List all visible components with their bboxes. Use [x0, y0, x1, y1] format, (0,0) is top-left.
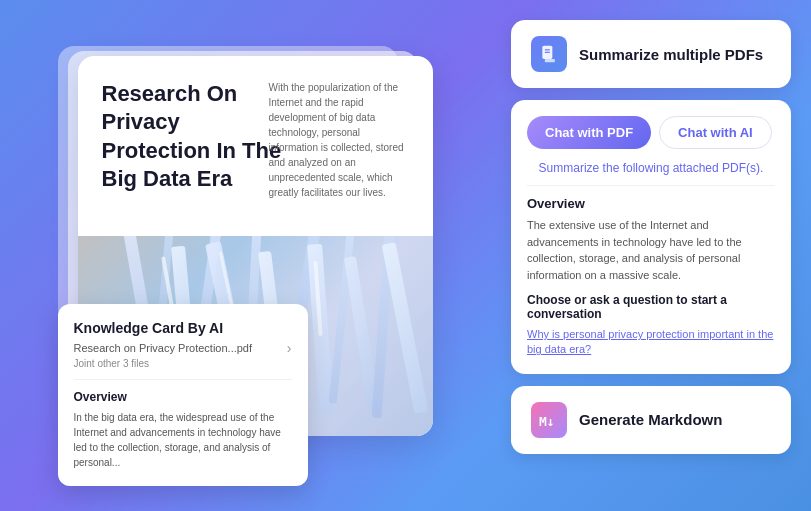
markdown-card[interactable]: M↓ Generate Markdown: [511, 386, 791, 454]
cta-link[interactable]: Why is personal privacy protection impor…: [527, 327, 775, 358]
svg-rect-1: [545, 59, 555, 62]
chat-with-pdf-tab[interactable]: Chat with PDF: [527, 116, 651, 149]
chat-card: Chat with PDF Chat with AI Summarize the…: [511, 100, 791, 374]
knowledge-card: Knowledge Card By AI Research on Privacy…: [58, 304, 308, 486]
doc-body-text: With the popularization of the Internet …: [269, 80, 409, 200]
knowledge-overview-text: In the big data era, the widespread use …: [74, 410, 292, 470]
divider: [74, 379, 292, 380]
chat-prompt: Summarize the following attached PDF(s).: [527, 161, 775, 175]
knowledge-card-joint: Joint other 3 files: [74, 358, 292, 369]
overview-text: The extensive use of the Internet and ad…: [527, 217, 775, 283]
chat-tabs: Chat with PDF Chat with AI: [527, 116, 775, 149]
overview-title: Overview: [527, 196, 775, 211]
markdown-icon: M↓: [531, 402, 567, 438]
main-container: Research On Privacy Protection In The Bi…: [20, 20, 791, 491]
markdown-title: Generate Markdown: [579, 411, 722, 428]
knowledge-card-filename: Research on Privacy Protection...pdf ›: [74, 340, 292, 356]
chat-divider: [527, 185, 775, 186]
left-panel: Research On Privacy Protection In The Bi…: [20, 20, 495, 491]
doc-title: Research On Privacy Protection In The Bi…: [102, 80, 282, 194]
knowledge-card-title: Knowledge Card By AI: [74, 320, 292, 336]
chevron-right-icon: ›: [287, 340, 292, 356]
chat-with-ai-tab[interactable]: Chat with AI: [659, 116, 772, 149]
svg-text:M↓: M↓: [539, 414, 555, 427]
cta-title: Choose or ask a question to start a conv…: [527, 293, 775, 321]
summarize-card[interactable]: Summarize multiple PDFs: [511, 20, 791, 88]
right-panel: Summarize multiple PDFs Chat with PDF Ch…: [511, 20, 791, 454]
card-stack: Research On Privacy Protection In The Bi…: [78, 56, 438, 456]
knowledge-overview-label: Overview: [74, 390, 292, 404]
summarize-title: Summarize multiple PDFs: [579, 46, 763, 63]
summarize-pdf-icon: [531, 36, 567, 72]
